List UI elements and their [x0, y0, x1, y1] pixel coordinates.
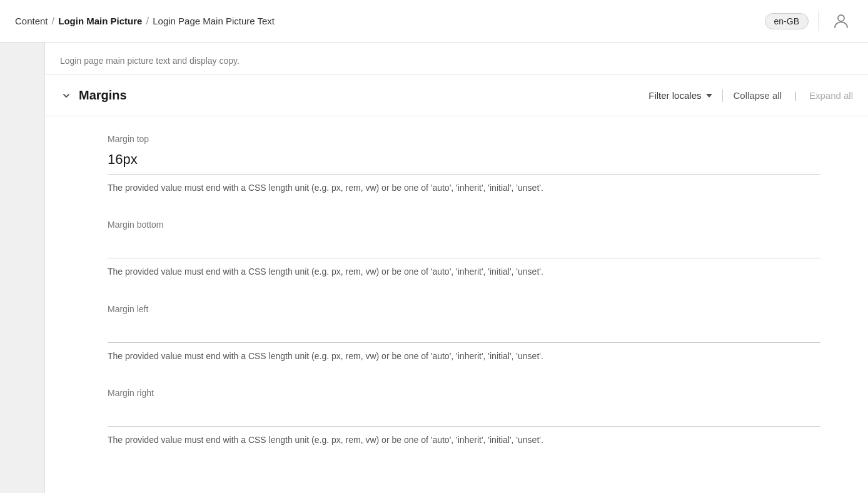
section-title: Margins — [79, 88, 127, 103]
filter-locales-label: Filter locales — [648, 90, 701, 101]
field-group-margin-left: Margin leftThe provided value must end w… — [108, 287, 853, 370]
svg-point-0 — [838, 15, 844, 21]
main-layout: Login page main picture text and display… — [0, 43, 868, 493]
breadcrumb-sep-2: / — [146, 15, 149, 28]
controls-divider — [722, 89, 723, 102]
section-controls: Filter locales Collapse all | Expand all — [648, 86, 853, 104]
header-divider — [819, 11, 819, 31]
field-label-margin-left: Margin left — [108, 304, 853, 314]
field-hint-margin-left: The provided value must end with a CSS l… — [108, 349, 795, 363]
breadcrumb-root[interactable]: Content — [15, 16, 48, 26]
field-group-margin-right: Margin rightThe provided value must end … — [108, 370, 853, 454]
field-label-margin-right: Margin right — [108, 388, 853, 398]
expand-all-button[interactable]: Expand all — [809, 90, 853, 101]
field-hint-margin-top: The provided value must end with a CSS l… — [108, 181, 795, 195]
locale-badge[interactable]: en-GB — [765, 13, 809, 29]
field-hint-margin-right: The provided value must end with a CSS l… — [108, 433, 795, 447]
collapse-all-button[interactable]: Collapse all — [733, 90, 782, 101]
field-input-wrapper-margin-left — [108, 319, 853, 343]
header-right: en-GB — [765, 9, 853, 33]
header: Content / Login Main Picture / Login Pag… — [0, 0, 868, 43]
breadcrumb-section[interactable]: Login Main Picture — [58, 16, 142, 26]
field-input-wrapper-margin-bottom — [108, 235, 853, 258]
section-title-group: Margins — [60, 88, 127, 103]
field-hint-margin-bottom: The provided value must end with a CSS l… — [108, 265, 795, 278]
avatar[interactable] — [829, 9, 853, 33]
filter-locales-arrow-icon — [706, 94, 712, 98]
field-input-margin-right[interactable] — [108, 403, 820, 427]
field-input-margin-top[interactable] — [108, 149, 820, 175]
fields-container: Margin topThe provided value must end wi… — [45, 116, 868, 455]
sidebar — [0, 43, 45, 493]
breadcrumb: Content / Login Main Picture / Login Pag… — [15, 15, 275, 28]
section-header: Margins Filter locales Collapse all | Ex… — [45, 75, 868, 116]
content-top-bar: Login page main picture text and display… — [45, 43, 868, 75]
field-input-wrapper-margin-top — [108, 149, 853, 175]
field-label-margin-top: Margin top — [108, 134, 853, 144]
breadcrumb-sep-1: / — [52, 15, 55, 28]
field-group-margin-bottom: Margin bottomThe provided value must end… — [108, 202, 853, 286]
field-input-wrapper-margin-right — [108, 403, 853, 427]
field-input-margin-left[interactable] — [108, 319, 820, 343]
btn-separator: | — [794, 90, 797, 101]
content-area: Login page main picture text and display… — [45, 43, 868, 493]
field-label-margin-bottom: Margin bottom — [108, 220, 853, 230]
content-top-bar-text: Login page main picture text and display… — [60, 56, 240, 66]
filter-locales-button[interactable]: Filter locales — [648, 86, 712, 104]
collapse-chevron-icon[interactable] — [60, 89, 73, 102]
breadcrumb-page[interactable]: Login Page Main Picture Text — [153, 16, 275, 26]
field-input-margin-bottom[interactable] — [108, 235, 820, 258]
field-group-margin-top: Margin topThe provided value must end wi… — [108, 116, 853, 202]
